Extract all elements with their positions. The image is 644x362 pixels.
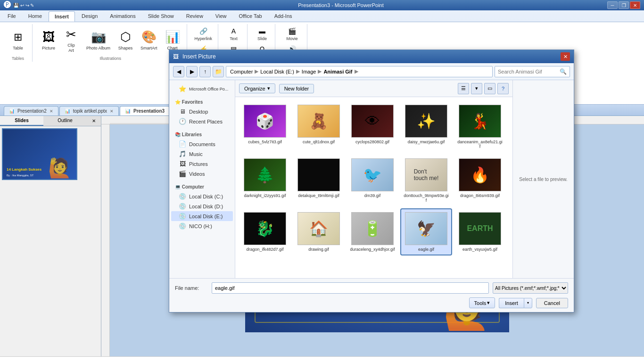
cancel-button[interactable]: Cancel — [536, 298, 568, 308]
sidebar-documents[interactable]: 📄 Documents — [171, 139, 233, 149]
file-item-earth[interactable]: EARTH earth_vsyuxjw5.gif — [454, 208, 506, 255]
path-part-localdisk[interactable]: Local Disk (E:) — [260, 69, 294, 74]
dialog-nav: ◀ ▶ ↑ 📁 Computer ▶ Local Disk (E:) ▶ Ima… — [169, 63, 574, 80]
path-part-image[interactable]: Image — [302, 69, 316, 74]
insert-button[interactable]: Insert — [499, 298, 524, 308]
filetype-select[interactable]: All Pictures (*.emf;*.wmf;*.jpg;* — [493, 282, 568, 294]
search-input[interactable] — [498, 69, 560, 74]
outline-tab[interactable]: Outline — [43, 116, 87, 126]
organize-button[interactable]: Organize ▾ — [239, 83, 275, 93]
insert-table-button[interactable]: ⊞ Table — [8, 28, 28, 53]
tab-slideshow[interactable]: Slide Show — [142, 11, 180, 22]
hdd-e-icon: 💿 — [179, 213, 186, 220]
tab-view[interactable]: View — [210, 11, 232, 22]
slide-thumbnail-1[interactable]: 14 Langkah Sukses By : Ika Manggita, ST … — [2, 128, 77, 180]
file-thumb-darknight: 🌲 — [244, 158, 286, 191]
file-item-duraceleng[interactable]: 🔋 duraceleng_xy4dhjor.gif — [347, 208, 398, 255]
tab-review[interactable]: Review — [181, 11, 209, 22]
ruler-vertical — [101, 124, 110, 356]
sidebar-msoffice[interactable]: ⭐ Microsoft Office Po... — [171, 84, 233, 94]
sidebar-locale[interactable]: 💿 Local Disk (E:) — [171, 211, 233, 221]
forward-button[interactable]: ▶ — [186, 66, 198, 77]
minimize-button[interactable]: ─ — [607, 1, 618, 9]
file-item-dragonifk[interactable]: 🐉 dragon_ifk482d7.gif — [239, 208, 291, 255]
dialog-close-button[interactable]: ✕ — [561, 52, 570, 61]
dialog-file-toolbar: Organize ▾ New folder ☰ ▾ ▭ ? — [235, 80, 512, 97]
sidebar-recent-places[interactable]: 🕐 Recent Places — [171, 116, 233, 126]
insert-dropdown-arrow[interactable]: ▾ — [524, 298, 532, 308]
tab-officetab[interactable]: Office Tab — [233, 11, 268, 22]
file-item-drawing[interactable]: 🏠 drawing.gif — [293, 208, 345, 255]
window-controls[interactable]: ─ ❐ ✕ — [607, 1, 640, 9]
msoffice-icon: ⭐ — [179, 85, 186, 92]
tab-insert[interactable]: Insert — [49, 11, 75, 22]
tab-design[interactable]: Design — [76, 11, 103, 22]
tab-presentation3[interactable]: 📊 Presentation3 — [120, 106, 170, 115]
insert-split-button: Insert ▾ — [499, 298, 532, 308]
tab-addins[interactable]: Add-Ins — [269, 11, 298, 22]
insert-photoalbum-button[interactable]: 📷 Photo Album — [83, 28, 113, 53]
file-item-cute[interactable]: 🧸 cute_qlt1dnox.gif — [293, 101, 345, 153]
file-item-dragon8[interactable]: 🔥 dragon_8i6sm939.gif — [454, 155, 506, 206]
ribbon-group-illustrations: 🖼 Picture ✂ ClipArt 📷 Photo Album ⬡ Shap… — [34, 24, 187, 62]
sidebar-locald[interactable]: 💿 Local Disk (D:) — [171, 201, 233, 211]
computer-header[interactable]: 💻 Computer — [171, 182, 233, 191]
tab-presentation2[interactable]: 📊 Presentation2 ✕ — [4, 106, 58, 115]
restore-button[interactable]: ❐ — [619, 1, 629, 9]
view-mode-arrow[interactable]: ▾ — [471, 83, 482, 94]
file-item-eagle[interactable]: 🦅 eagle.gif — [400, 208, 452, 255]
sidebar-desktop[interactable]: 🖥 Desktop — [171, 107, 233, 116]
textbox-button[interactable]: A Text — [227, 25, 241, 42]
help-button[interactable]: ? — [497, 83, 509, 94]
file-item-cubes[interactable]: 🎲 cubes_5vlz7it3.gif — [239, 101, 291, 153]
sidebar-music[interactable]: 🎵 Music — [171, 149, 233, 159]
hdd-h-icon: 💿 — [179, 222, 186, 230]
slide-button[interactable]: ▬ Slide — [255, 25, 269, 42]
new-folder-button[interactable]: New folder — [279, 84, 314, 93]
file-item-detakque[interactable]: detakque_t9ml6mji.gif — [293, 155, 345, 206]
close-button[interactable]: ✕ — [630, 1, 640, 9]
favorites-header[interactable]: ⭐ Favorites — [171, 98, 233, 107]
tab-home[interactable]: Home — [23, 11, 48, 22]
sidebar-pictures[interactable]: 🖼 Pictures — [171, 159, 233, 169]
file-item-darknight[interactable]: 🌲 darknight_i2zyys91.gif — [239, 155, 291, 206]
recent-locations-button[interactable]: 📁 — [213, 66, 224, 77]
path-part-computer[interactable]: Computer — [230, 69, 253, 74]
search-box[interactable]: 🔍 — [495, 66, 570, 77]
file-item-cyclops[interactable]: 👁 cyclops280802.gif — [347, 101, 398, 153]
back-button[interactable]: ◀ — [173, 66, 184, 77]
sidebar-nico[interactable]: 💿 NICO (H:) — [171, 221, 233, 231]
slide-panel-tabs: Slides Outline ✕ — [0, 116, 101, 126]
notes-area[interactable]: Click to add notes — [0, 356, 644, 362]
file-item-dm39[interactable]: 🐦 dm39.gif — [347, 155, 398, 206]
illustrations-group-label: Illustrations — [100, 55, 122, 61]
slides-tab[interactable]: Slides — [0, 116, 43, 126]
sidebar-localc[interactable]: 💿 Local Disk (C:) — [171, 191, 233, 201]
path-part-animasigif[interactable]: Animasi Gif — [323, 69, 352, 74]
panel-close-button[interactable]: ✕ — [87, 116, 101, 126]
libraries-header[interactable]: 📚 Libraries — [171, 130, 233, 139]
file-item-daisy[interactable]: ✨ daisy_mwzjae6u.gif — [400, 101, 452, 153]
tab-file[interactable]: File — [2, 11, 22, 22]
tools-button[interactable]: Tools ▾ — [469, 297, 495, 308]
movie-button[interactable]: 🎬 Movie — [284, 25, 299, 42]
filename-label: File name: — [175, 285, 208, 291]
hyperlink-button[interactable]: 🔗 Hyperlink — [193, 25, 215, 42]
insert-picture-button[interactable]: 🖼 Picture — [38, 28, 59, 53]
insert-smartart-button[interactable]: 🎨 SmartArt — [138, 28, 160, 53]
view-mode-button[interactable]: ☰ — [458, 83, 469, 94]
insert-clipart-button[interactable]: ✂ ClipArt — [61, 25, 82, 55]
preview-toggle-button[interactable]: ▭ — [484, 83, 495, 94]
file-item-dance[interactable]: 💃 danceanim_ax8efu21.gif — [454, 101, 506, 153]
tab-topik-artikel[interactable]: 📊 topik artikel.pptx ✕ — [59, 106, 119, 115]
smartart-icon: 🎨 — [141, 30, 157, 45]
filename-input[interactable] — [212, 282, 489, 294]
tab-animations[interactable]: Animations — [104, 11, 141, 22]
close-topik-artikel[interactable]: ✕ — [110, 109, 114, 114]
up-button[interactable]: ↑ — [199, 66, 211, 77]
insert-chart-button[interactable]: 📊 Chart — [162, 28, 183, 53]
insert-shapes-button[interactable]: ⬡ Shapes — [115, 28, 136, 53]
sidebar-videos[interactable]: 🎬 Videos — [171, 169, 233, 179]
file-item-donttouch[interactable]: Don'ttouch me! donttouch_9tmpw93e.gif — [400, 155, 452, 206]
close-presentation2[interactable]: ✕ — [50, 109, 53, 114]
